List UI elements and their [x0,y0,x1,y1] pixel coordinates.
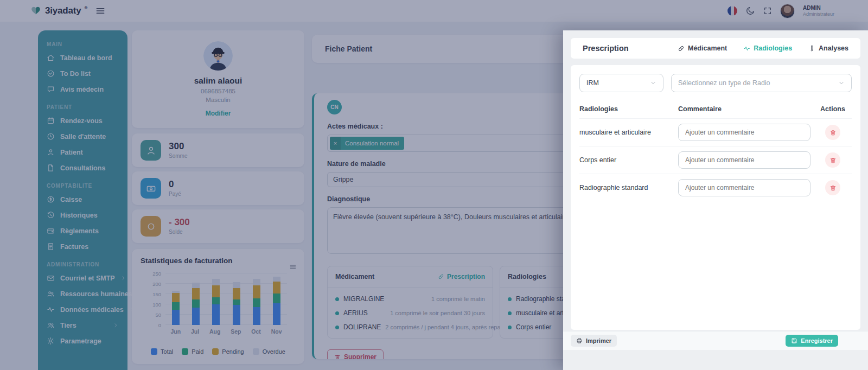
tab-radiologies[interactable]: Radiologies [743,44,792,52]
tab-analyses[interactable]: Analyses [808,44,848,52]
radiologie-row-name: Radiographie standard [579,184,678,192]
testtube-icon [808,45,815,52]
radio-type-select[interactable]: Sélectionnez un type de Radio [671,74,852,92]
save-icon [791,337,797,344]
radiologies-table: Radiologies Commentaire Actions musculai… [579,103,852,201]
comment-input[interactable] [678,124,810,141]
delete-row-button[interactable] [825,125,840,140]
radiologie-table-row: musculaire et articulaire [579,118,852,146]
delete-row-button[interactable] [825,180,840,195]
comment-input[interactable] [678,179,810,196]
comment-input[interactable] [678,151,810,169]
chevron-down-icon [838,80,845,86]
save-button[interactable]: Enregistrer [786,335,838,347]
radiologie-row-name: musculaire et articulaire [579,129,678,136]
printer-icon [576,337,583,344]
print-button[interactable]: Imprimer [571,335,617,347]
radiologie-table-row: Corps entier [579,146,852,174]
panel-title: Prescription [583,44,629,53]
capsule-icon [678,45,685,52]
prescription-tabs: Médicament Radiologies Analyses [678,44,848,52]
tab-medicament[interactable]: Médicament [678,44,727,52]
prescription-panel-footer: Imprimer Enregistrer [563,331,868,350]
radiologie-table-row: Radiographie standard [579,174,852,201]
pulse-icon [743,45,750,52]
radio-category-select[interactable]: IRM [579,74,663,92]
radiologie-row-name: Corps entier [579,156,678,164]
delete-row-button[interactable] [825,152,840,168]
chevron-down-icon [650,80,656,86]
prescription-panel-header: Prescription Médicament Radiologies Anal… [571,38,860,59]
prescription-panel-body: IRM Sélectionnez un type de Radio Radiol… [571,65,860,330]
radiologies-table-header: Radiologies Commentaire Actions [579,103,852,118]
prescription-panel: Prescription Médicament Radiologies Anal… [563,30,868,370]
